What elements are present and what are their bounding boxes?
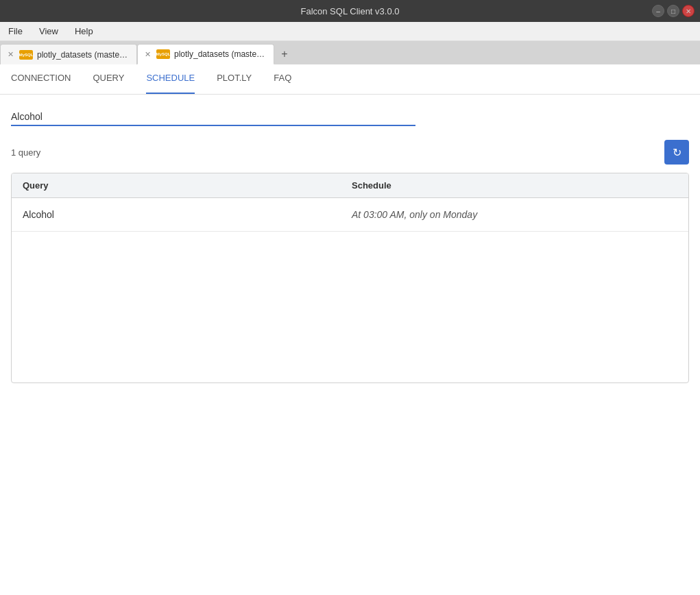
- tab-1-label: plotly_datasets (masteruser@rea...: [37, 50, 130, 60]
- menu-view[interactable]: View: [36, 25, 61, 38]
- query-count-row: 1 query ↻: [11, 140, 689, 165]
- tab-connection[interactable]: CONNECTION: [11, 64, 71, 94]
- column-header-schedule: Schedule: [352, 180, 677, 191]
- menu-file[interactable]: File: [5, 25, 25, 38]
- minimize-button[interactable]: –: [652, 5, 664, 17]
- tab-schedule[interactable]: SCHEDULE: [146, 64, 195, 94]
- app-window: Falcon SQL Client v3.0.0 – □ ✕ File View…: [0, 0, 700, 595]
- tab-plotly[interactable]: PLOT.LY: [217, 64, 252, 94]
- tab-2-db-icon: MySQL: [156, 49, 170, 59]
- row-schedule-text: At 03:00 AM, only on Monday: [352, 209, 677, 220]
- nav-tabs: CONNECTION QUERY SCHEDULE PLOT.LY FAQ: [0, 64, 700, 95]
- app-title: Falcon SQL Client v3.0.0: [300, 6, 399, 16]
- tab-2-label: plotly_datasets (masteruser@rea...: [174, 49, 267, 59]
- titlebar: Falcon SQL Client v3.0.0 – □ ✕: [0, 0, 700, 22]
- tab-faq[interactable]: FAQ: [274, 64, 291, 94]
- tab-2[interactable]: ✕ MySQL plotly_datasets (masteruser@rea.…: [137, 44, 274, 64]
- refresh-button[interactable]: ↻: [664, 140, 689, 165]
- row-query-name: Alcohol: [23, 209, 352, 220]
- maximize-button[interactable]: □: [667, 5, 679, 17]
- window-controls: – □ ✕: [652, 5, 695, 17]
- main-content: CONNECTION QUERY SCHEDULE PLOT.LY FAQ 1 …: [0, 64, 700, 595]
- search-input[interactable]: [11, 108, 415, 126]
- empty-row: [12, 232, 688, 382]
- tab-2-close-icon[interactable]: ✕: [145, 50, 151, 59]
- tab-query[interactable]: QUERY: [93, 64, 124, 94]
- menubar: File View Help: [0, 22, 700, 41]
- tab-1-db-icon: MySQL: [19, 50, 33, 60]
- column-header-query: Query: [23, 180, 352, 191]
- search-box: [11, 108, 689, 126]
- table-row[interactable]: Alcohol At 03:00 AM, only on Monday: [12, 198, 688, 232]
- schedule-panel: 1 query ↻ Query Schedule Alcohol At 03:0…: [0, 95, 700, 397]
- tab-1-close-icon[interactable]: ✕: [8, 50, 14, 59]
- tabbar: ✕ MySQL plotly_datasets (masteruser@rea.…: [0, 41, 700, 64]
- schedule-table: Query Schedule Alcohol At 03:00 AM, only…: [11, 173, 689, 383]
- refresh-icon: ↻: [673, 146, 681, 159]
- add-tab-button[interactable]: +: [274, 44, 295, 64]
- tab-1[interactable]: ✕ MySQL plotly_datasets (masteruser@rea.…: [0, 44, 137, 64]
- query-count-label: 1 query: [11, 147, 40, 158]
- table-header: Query Schedule: [12, 173, 688, 198]
- close-button[interactable]: ✕: [682, 5, 695, 17]
- menu-help[interactable]: Help: [72, 25, 96, 38]
